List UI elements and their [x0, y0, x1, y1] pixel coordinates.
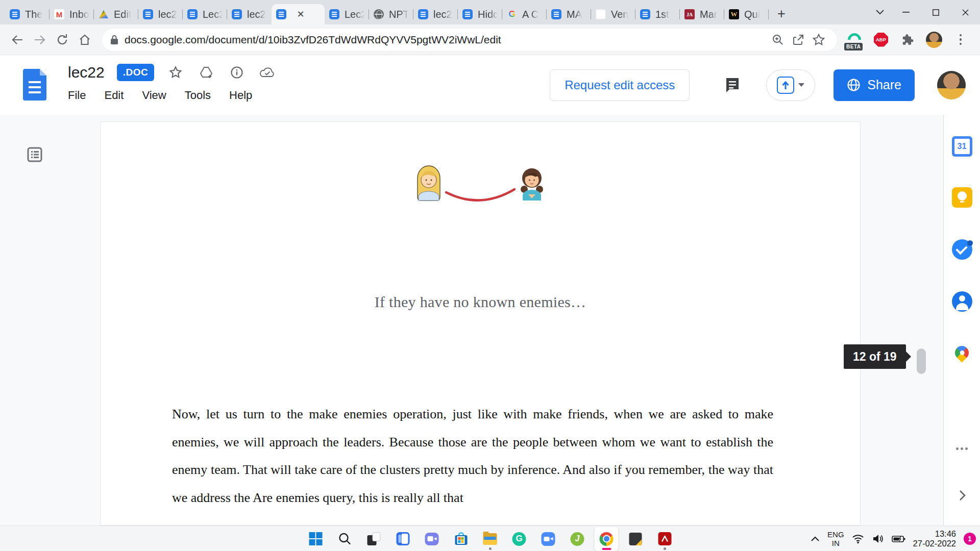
menu-item[interactable]: View	[142, 89, 166, 102]
menu-item[interactable]: Help	[229, 89, 252, 102]
google-side-panel: 31	[943, 115, 980, 525]
document-paragraph[interactable]: Now, let us turn to the make enemies ope…	[172, 400, 773, 512]
lock-icon[interactable]	[110, 35, 118, 45]
start-button[interactable]	[304, 527, 328, 551]
tab-title: Hidd	[478, 9, 498, 20]
chrome-button[interactable]	[595, 527, 619, 551]
show-outline-icon[interactable]	[24, 144, 45, 165]
acrobat-button[interactable]	[653, 527, 677, 551]
menu-item[interactable]: Edit	[104, 89, 124, 102]
browser-tab[interactable]: The ✕	[5, 4, 50, 24]
address-bar[interactable]: docs.google.com/document/d/10ib3ZvfD26Td…	[102, 29, 837, 51]
document-status-info-icon[interactable]	[228, 63, 246, 82]
doc-format-badge: .DOC	[117, 64, 155, 81]
tray-chevron-icon[interactable]	[811, 536, 820, 542]
wifi-icon[interactable]	[852, 534, 864, 544]
bookmark-star-icon[interactable]	[808, 30, 829, 50]
tab-title: Edit	[114, 9, 131, 20]
get-addons-icon[interactable]	[950, 436, 974, 461]
search-button[interactable]	[333, 527, 357, 551]
browser-profile-avatar[interactable]	[923, 29, 945, 51]
adblock-plus-extension-icon[interactable]: ABP	[870, 29, 892, 51]
minimize-button[interactable]	[891, 0, 921, 24]
tab-favicon	[551, 9, 561, 19]
browser-tab[interactable]: lec2 ✕	[138, 4, 183, 24]
document-page[interactable]: If they have no known enemies… Now, let …	[100, 121, 861, 525]
move-to-drive-icon[interactable]	[197, 63, 215, 82]
browser-tab[interactable]: Lec2 ✕	[183, 4, 227, 24]
menu-item[interactable]: Tools	[185, 89, 211, 102]
zoom-app-button[interactable]	[536, 527, 560, 551]
browser-tab[interactable]: ✕	[272, 4, 325, 24]
tasks-icon[interactable]	[950, 237, 974, 262]
browser-tab[interactable]: Lec2 ✕	[325, 4, 369, 24]
back-icon[interactable]	[6, 29, 29, 51]
tab-favicon	[729, 9, 739, 19]
document-title[interactable]: lec22	[68, 64, 105, 81]
reload-icon[interactable]	[51, 29, 74, 51]
title-row: lec22 .DOC	[68, 63, 277, 82]
tab-close-icon[interactable]: ✕	[295, 8, 307, 20]
browser-tab[interactable]: MA ✕	[547, 4, 591, 24]
extensions-puzzle-icon[interactable]	[896, 29, 919, 51]
hide-side-panel-icon[interactable]	[950, 483, 974, 508]
notes-app-button[interactable]	[624, 527, 648, 551]
cloud-saved-icon[interactable]	[258, 63, 277, 82]
present-button[interactable]	[766, 69, 815, 101]
browser-tab[interactable]: A C ✕	[502, 4, 547, 24]
share-icon[interactable]	[788, 30, 808, 50]
home-icon[interactable]	[74, 29, 96, 51]
microsoft-store-button[interactable]	[449, 527, 473, 551]
browser-tab[interactable]: Ven ✕	[591, 4, 635, 24]
keep-icon[interactable]	[950, 185, 974, 210]
maximize-button[interactable]	[921, 0, 950, 24]
comments-icon[interactable]	[721, 74, 744, 96]
browser-tab[interactable]: NPT ✕	[369, 4, 413, 24]
brunette-woman-figure	[521, 168, 543, 201]
calendar-icon[interactable]: 31	[950, 134, 974, 159]
task-view-button[interactable]	[362, 527, 386, 551]
window-controls	[869, 0, 980, 24]
browser-tab[interactable]: Mar ✕	[680, 4, 724, 24]
present-dropdown-caret	[798, 83, 804, 87]
browser-tab[interactable]: lec2 ✕	[413, 4, 458, 24]
widgets-button[interactable]	[391, 527, 415, 551]
account-avatar[interactable]	[937, 71, 966, 99]
zoom-page-icon[interactable]	[768, 30, 788, 50]
browser-tab[interactable]: Edit ✕	[94, 4, 138, 24]
language-indicator[interactable]: ENG IN	[827, 530, 844, 547]
star-document-icon[interactable]	[166, 63, 185, 82]
maps-icon[interactable]	[950, 340, 974, 365]
browser-tab[interactable]: Inbo ✕	[50, 4, 94, 24]
close-window-button[interactable]	[950, 0, 980, 24]
new-tab-button[interactable]: +	[772, 4, 791, 23]
browser-tab[interactable]: lec2 ✕	[227, 4, 272, 24]
menu-item[interactable]: File	[68, 89, 86, 102]
battery-icon[interactable]	[892, 535, 905, 543]
extension-area: BETA ABP	[843, 29, 974, 51]
forward-icon[interactable]	[29, 29, 51, 51]
browser-tab[interactable]: Qui ✕	[724, 4, 769, 24]
browser-tab[interactable]: 1st ✕	[635, 4, 680, 24]
grammarly-app-button[interactable]: G	[507, 527, 531, 551]
request-edit-access-button[interactable]: Request edit access	[550, 69, 690, 101]
present-icon	[777, 77, 794, 94]
url-text[interactable]: docs.google.com/document/d/10ib3ZvfD26Td…	[125, 34, 501, 46]
contacts-icon[interactable]	[950, 289, 974, 314]
share-button[interactable]: Share	[834, 69, 915, 101]
file-explorer-button[interactable]	[478, 527, 502, 551]
teams-chat-button[interactable]	[420, 527, 444, 551]
browser-tab[interactable]: Hidd ✕	[458, 4, 502, 24]
tab-search-chevron-icon[interactable]	[869, 0, 891, 24]
tab-favicon	[640, 9, 650, 19]
clock[interactable]: 13:46 27-02-2022	[913, 529, 956, 548]
tab-favicon	[54, 9, 64, 19]
browser-menu-icon[interactable]	[949, 29, 972, 51]
scrollbar-thumb[interactable]	[917, 348, 926, 374]
notification-count-badge[interactable]: 1	[964, 533, 976, 545]
grammarly-extension-icon[interactable]: BETA	[843, 29, 866, 51]
google-docs-logo[interactable]	[23, 69, 46, 101]
volume-icon[interactable]	[872, 534, 884, 544]
joplin-app-button[interactable]: J	[566, 527, 590, 551]
header-actions: Request edit access Share	[550, 55, 966, 115]
